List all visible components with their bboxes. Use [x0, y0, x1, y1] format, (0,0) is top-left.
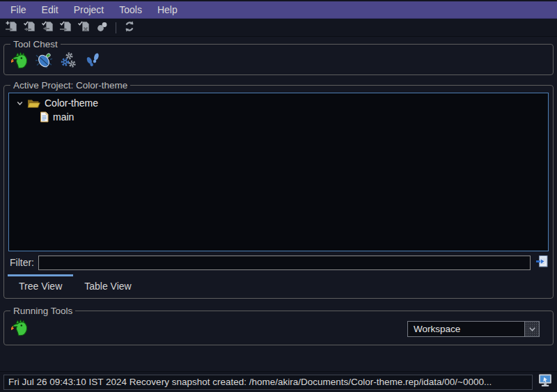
window-background: [0, 345, 557, 371]
menu-file[interactable]: File: [3, 1, 34, 18]
tool-chest-legend: Tool Chest: [10, 39, 61, 49]
project-tree[interactable]: Color-theme main: [8, 93, 549, 251]
footprints-icon: [84, 52, 102, 72]
filter-row: Filter:: [10, 254, 549, 271]
filter-options-icon: [535, 255, 549, 271]
console-monitor-icon: [538, 374, 553, 390]
menu-help[interactable]: Help: [150, 1, 185, 18]
view-tabs: Tree View Table View: [8, 274, 549, 295]
active-project-legend: Active Project: Color-theme: [10, 80, 130, 91]
status-bar: Fri Jul 26 09:43:10 IST 2024 Recovery sn…: [0, 371, 557, 392]
bug-icon: [36, 52, 53, 72]
tree-label-main: main: [53, 111, 74, 123]
vcs-update-button[interactable]: [58, 20, 74, 36]
status-message: Fri Jul 26 09:43:10 IST 2024 Recovery sn…: [3, 375, 533, 390]
refresh-icon: [123, 19, 136, 36]
update-file-icon: [59, 19, 73, 36]
console-button[interactable]: [538, 375, 553, 390]
add-file-icon: [5, 19, 19, 36]
checkin-file-icon: [41, 19, 55, 36]
chevron-down-icon[interactable]: [15, 100, 24, 107]
running-code-browser-button[interactable]: [10, 320, 29, 338]
tree-label-project: Color-theme: [45, 97, 98, 109]
undo-checkout-file-icon: [77, 19, 91, 36]
filter-label: Filter:: [10, 257, 34, 268]
toolbar: [0, 19, 557, 37]
menu-bar: File Edit Project Tools Help: [0, 0, 557, 19]
gears-icon: [60, 52, 77, 72]
tool-version-tracking-button[interactable]: [84, 52, 102, 70]
menu-tools[interactable]: Tools: [111, 1, 150, 18]
filter-options-button[interactable]: [535, 256, 549, 269]
vcs-checkin-button[interactable]: [40, 20, 56, 36]
merge-icon: [95, 19, 109, 36]
tree-row-project-folder[interactable]: Color-theme: [9, 96, 548, 110]
tab-tree-view[interactable]: Tree View: [8, 274, 73, 295]
workspace-dropdown[interactable]: Workspace: [407, 321, 540, 337]
menu-edit[interactable]: Edit: [34, 1, 66, 18]
ghidra-project-window: File Edit Project Tools Help: [0, 0, 557, 392]
running-tools-panel: Running Tools Workspace: [3, 306, 554, 345]
toolbar-separator: [116, 22, 116, 33]
chevron-down-icon: [528, 322, 536, 335]
refresh-button[interactable]: [122, 20, 137, 36]
tool-code-browser-button[interactable]: [10, 52, 29, 70]
file-icon: [40, 111, 49, 123]
vcs-merge-button[interactable]: [95, 20, 110, 36]
folder-open-icon: [27, 98, 40, 109]
active-project-panel: Active Project: Color-theme Color-theme: [3, 80, 554, 299]
tool-chest-panel: Tool Chest: [3, 39, 554, 75]
checkout-file-icon: [23, 19, 37, 36]
vcs-checkout-button[interactable]: [22, 20, 38, 36]
tool-emulator-button[interactable]: [59, 52, 77, 70]
dragon-icon: [11, 52, 29, 72]
menu-project[interactable]: Project: [66, 1, 112, 18]
workspace-dropdown-button[interactable]: [524, 322, 539, 336]
tree-row-main-file[interactable]: main: [9, 110, 548, 124]
workspace-dropdown-value: Workspace: [408, 322, 524, 336]
tab-table-view[interactable]: Table View: [73, 274, 142, 295]
vcs-add-file-button[interactable]: [4, 20, 19, 36]
tool-debugger-button[interactable]: [35, 52, 53, 70]
running-tools-legend: Running Tools: [10, 306, 75, 316]
filter-input[interactable]: [38, 256, 531, 270]
dragon-icon: [11, 319, 29, 339]
vcs-undo-checkout-button[interactable]: [77, 20, 92, 36]
